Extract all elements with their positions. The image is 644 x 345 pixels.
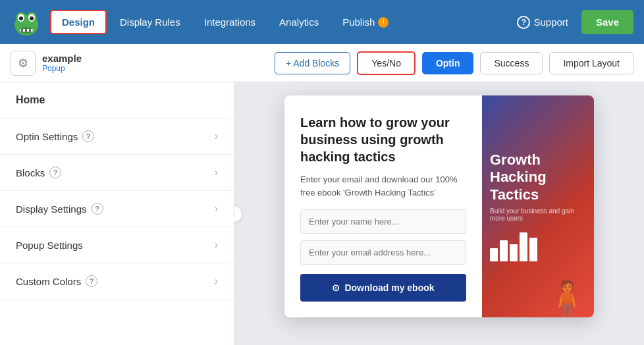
- popup-right-subtitle: Build your business and gain more users: [490, 207, 586, 222]
- svg-rect-10: [25, 29, 27, 32]
- blocks-help-icon: ?: [49, 167, 61, 178]
- sidebar-item-display-settings[interactable]: Display Settings ? ›: [0, 191, 234, 227]
- publish-badge: !: [378, 17, 389, 28]
- display-settings-label: Display Settings: [16, 203, 87, 215]
- chevron-right-icon: ›: [215, 167, 218, 178]
- custom-colors-help-icon: ?: [86, 275, 97, 287]
- campaign-title: example: [42, 53, 82, 64]
- support-circle-icon: ?: [517, 16, 530, 29]
- sub-header: ⚙ example Popup + Add Blocks Yes/No Opti…: [0, 44, 644, 82]
- nav-item-design[interactable]: Design: [50, 10, 107, 34]
- top-navigation: Design Display Rules Integrations Analyt…: [0, 0, 644, 44]
- popup-btn-icon: ⊙: [332, 282, 340, 293]
- nav-design-label: Design: [62, 16, 95, 28]
- sidebar-item-blocks[interactable]: Blocks ? ›: [0, 155, 234, 191]
- blocks-label: Blocks: [16, 167, 45, 178]
- svg-rect-9: [21, 29, 23, 32]
- nav-display-rules-label: Display Rules: [120, 16, 180, 28]
- sidebar: Home Optin Settings ? › Blocks ? › Displ…: [0, 82, 234, 345]
- chevron-right-icon: ›: [215, 239, 218, 251]
- chevron-right-icon: ›: [215, 130, 218, 142]
- sidebar-item-optin-settings[interactable]: Optin Settings ? ›: [0, 119, 234, 155]
- sidebar-item-custom-colors[interactable]: Custom Colors ? ›: [0, 263, 234, 300]
- settings-icon-box[interactable]: ⚙: [11, 51, 36, 76]
- sidebar-home[interactable]: Home: [0, 82, 234, 119]
- popup-settings-label: Popup Settings: [16, 240, 83, 251]
- add-blocks-button[interactable]: + Add Blocks: [275, 52, 350, 74]
- campaign-info: ⚙ example Popup: [11, 51, 82, 76]
- popup-btn-label: Download my ebook: [344, 282, 434, 293]
- optin-settings-help-icon: ?: [82, 130, 94, 142]
- nav-item-analytics[interactable]: Analytics: [269, 11, 329, 33]
- bar-1: [490, 248, 498, 261]
- popup-right-title: Growth Hacking Tactics: [490, 151, 586, 203]
- tab-success[interactable]: Success: [480, 52, 543, 74]
- popup-subtitle: Enter your email and download our 100% f…: [300, 173, 466, 199]
- nav-item-integrations[interactable]: Integrations: [194, 11, 266, 33]
- logo[interactable]: [11, 7, 42, 38]
- svg-point-5: [19, 16, 23, 20]
- save-button[interactable]: Save: [581, 10, 633, 34]
- svg-rect-11: [29, 29, 31, 32]
- custom-colors-label: Custom Colors: [16, 276, 81, 287]
- logo-icon: [11, 7, 42, 38]
- popup-right-content: Growth Hacking Tactics Build your busine…: [482, 138, 594, 275]
- tab-yesno[interactable]: Yes/No: [357, 51, 416, 75]
- popup-submit-button[interactable]: ⊙ Download my ebook: [300, 274, 466, 302]
- popup-name-input[interactable]: [300, 209, 466, 234]
- nav-item-publish[interactable]: Publish !: [332, 11, 399, 33]
- nav-analytics-label: Analytics: [279, 16, 319, 28]
- campaign-details: example Popup: [42, 53, 82, 73]
- popup-preview: ✕ Learn how to grow your business using …: [284, 95, 594, 317]
- nav-publish-label: Publish: [342, 16, 375, 28]
- nav-item-display-rules[interactable]: Display Rules: [109, 11, 191, 33]
- nav-integrations-label: Integrations: [204, 16, 255, 28]
- chevron-right-icon: ›: [215, 203, 218, 215]
- popup-title: Learn how to grow your business using gr…: [300, 114, 466, 165]
- sidebar-item-popup-settings[interactable]: Popup Settings ›: [0, 227, 234, 263]
- chevron-right-icon: ›: [215, 275, 218, 287]
- gear-icon: ⚙: [18, 56, 28, 70]
- support-link[interactable]: ? Support: [506, 11, 579, 34]
- bar-5: [529, 238, 537, 261]
- main-layout: Home Optin Settings ? › Blocks ? › Displ…: [0, 82, 644, 345]
- tab-import-layout[interactable]: Import Layout: [549, 52, 633, 74]
- campaign-type: Popup: [42, 64, 82, 73]
- bar-chart-decoration: [490, 232, 586, 261]
- bar-2: [500, 240, 508, 261]
- bar-3: [510, 244, 518, 261]
- popup-left-panel: Learn how to grow your business using gr…: [284, 95, 482, 317]
- bar-4: [520, 232, 527, 261]
- svg-point-6: [30, 16, 34, 20]
- content-area: ‹ ✕ Learn how to grow your business usin…: [234, 82, 644, 345]
- figure-silhouette: 🧍: [545, 281, 590, 317]
- popup-email-input[interactable]: [300, 240, 466, 265]
- optin-settings-label: Optin Settings: [16, 131, 78, 142]
- display-settings-help-icon: ?: [92, 203, 103, 215]
- chevron-left-icon: ‹: [234, 209, 235, 219]
- collapse-sidebar-button[interactable]: ‹: [234, 205, 242, 223]
- support-label: Support: [533, 16, 568, 28]
- popup-right-panel: Growth Hacking Tactics Build your busine…: [482, 95, 594, 317]
- tab-optin[interactable]: Optin: [422, 52, 474, 74]
